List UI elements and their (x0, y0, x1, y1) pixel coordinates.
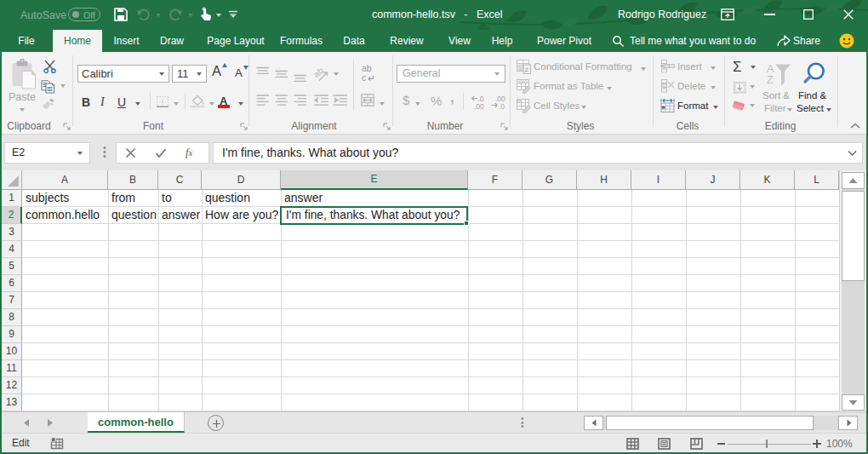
svg-text:Z: Z (767, 74, 774, 86)
svg-text:≠: ≠ (525, 66, 529, 74)
svg-text:.0: .0 (499, 102, 505, 110)
svg-text:A: A (767, 63, 774, 75)
svg-text:.00: .00 (474, 102, 484, 110)
svg-text:c: c (362, 72, 366, 83)
svg-text:ab: ab (313, 66, 325, 79)
